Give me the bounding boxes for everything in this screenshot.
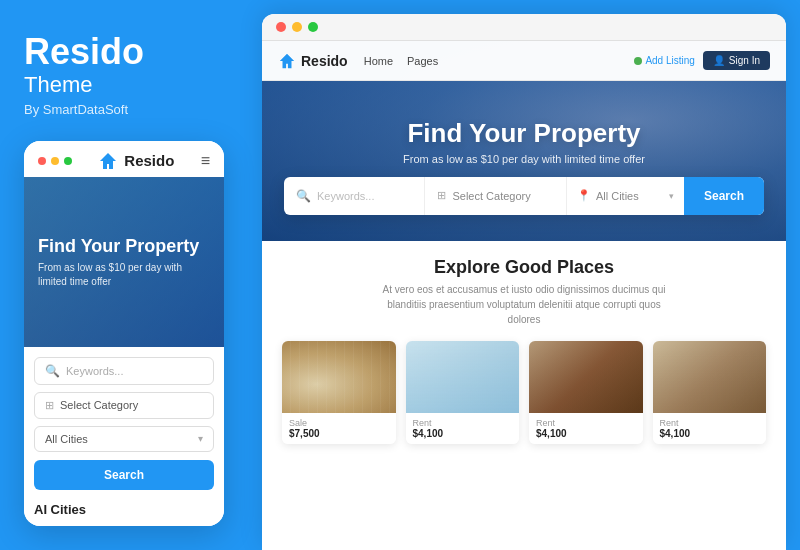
keywords-field[interactable]: 🔍 Keywords... xyxy=(284,177,425,215)
browser-dot-3 xyxy=(308,22,318,32)
mobile-search-icon: 🔍 xyxy=(45,364,60,378)
card-label-2: Rent xyxy=(413,418,513,428)
brand-name: Resido xyxy=(24,32,224,72)
property-card-3[interactable]: Rent $4,100 xyxy=(529,341,643,444)
property-card-4[interactable]: Rent $4,100 xyxy=(653,341,767,444)
browser-dot-1 xyxy=(276,22,286,32)
chevron-down-icon: ▾ xyxy=(198,433,203,444)
mobile-category-icon: ⊞ xyxy=(45,399,54,412)
mobile-window-dots xyxy=(38,157,72,165)
add-listing-label: Add Listing xyxy=(645,55,694,66)
property-card-2[interactable]: Rent $4,100 xyxy=(406,341,520,444)
browser-bar xyxy=(262,14,786,41)
explore-section: Explore Good Places At vero eos et accus… xyxy=(262,241,786,456)
card-price-2: $4,100 xyxy=(413,428,513,439)
card-info-4: Rent $4,100 xyxy=(653,413,767,444)
property-cards: Sale $7,500 Rent $4,100 Rent $4,100 xyxy=(282,341,766,444)
svg-marker-0 xyxy=(100,153,116,169)
card-info-2: Rent $4,100 xyxy=(406,413,520,444)
card-label-3: Rent xyxy=(536,418,636,428)
mobile-city-text: All Cities xyxy=(45,433,88,445)
card-info-1: Sale $7,500 xyxy=(282,413,396,444)
user-icon: 👤 xyxy=(713,55,725,66)
city-field[interactable]: 📍 All Cities ▾ xyxy=(567,177,684,215)
mobile-footer-label: AI Cities xyxy=(24,496,224,526)
city-field-left: 📍 All Cities xyxy=(577,189,639,202)
card-info-3: Rent $4,100 xyxy=(529,413,643,444)
browser-dot-2 xyxy=(292,22,302,32)
nav-link-home[interactable]: Home xyxy=(364,55,393,67)
mobile-hero-title: Find Your Property xyxy=(38,236,199,258)
mobile-mockup: Resido ≡ Find Your Property From as low … xyxy=(24,141,224,526)
explore-subtitle: At vero eos et accusamus et iusto odio d… xyxy=(374,282,674,327)
left-panel: Resido Theme By SmartDataSoft Resido ≡ F… xyxy=(0,0,248,550)
desktop-search-button[interactable]: Search xyxy=(684,177,764,215)
desktop-hero: Resido Home Pages Add Listing 👤 Sign In xyxy=(262,41,786,241)
card-image-2 xyxy=(406,341,520,413)
desktop-search-bar: 🔍 Keywords... ⊞ Select Category 📍 All Ci… xyxy=(284,177,764,215)
nav-logo: Resido xyxy=(278,52,348,70)
city-chevron-icon: ▾ xyxy=(669,191,674,201)
keywords-placeholder: Keywords... xyxy=(317,190,374,202)
mobile-dot-green xyxy=(64,157,72,165)
mobile-dot-yellow xyxy=(51,157,59,165)
explore-title: Explore Good Places xyxy=(434,257,614,278)
mobile-keywords-row[interactable]: 🔍 Keywords... xyxy=(34,357,214,385)
card-image-1 xyxy=(282,341,396,413)
nav-right: Add Listing 👤 Sign In xyxy=(634,51,770,70)
category-placeholder: Select Category xyxy=(452,190,530,202)
card-label-4: Rent xyxy=(660,418,760,428)
sign-in-label: Sign In xyxy=(729,55,760,66)
location-icon: 📍 xyxy=(577,189,591,202)
hero-overlay: Find Your Property From as low as $10 pe… xyxy=(284,68,764,215)
desktop-nav-bar: Resido Home Pages Add Listing 👤 Sign In xyxy=(262,41,786,81)
nav-links: Home Pages xyxy=(364,55,619,67)
add-dot-icon xyxy=(634,57,642,65)
card-price-4: $4,100 xyxy=(660,428,760,439)
mobile-hero-subtitle: From as low as $10 per day with limited … xyxy=(38,261,210,289)
add-listing-button[interactable]: Add Listing xyxy=(634,55,694,66)
category-field[interactable]: ⊞ Select Category xyxy=(425,177,566,215)
mobile-top-bar: Resido ≡ xyxy=(24,141,224,177)
sign-in-button[interactable]: 👤 Sign In xyxy=(703,51,770,70)
mobile-search-placeholder: Keywords... xyxy=(66,365,123,377)
city-label: All Cities xyxy=(596,190,639,202)
card-image-3 xyxy=(529,341,643,413)
desktop-content: Resido Home Pages Add Listing 👤 Sign In xyxy=(262,41,786,550)
nav-logo-icon xyxy=(278,52,296,70)
mobile-hero: Find Your Property From as low as $10 pe… xyxy=(24,177,224,347)
desktop-hero-title: Find Your Property xyxy=(407,118,640,149)
mobile-search-button[interactable]: Search xyxy=(34,460,214,490)
mobile-city-row[interactable]: All Cities ▾ xyxy=(34,426,214,452)
card-price-1: $7,500 xyxy=(289,428,389,439)
hamburger-icon[interactable]: ≡ xyxy=(201,152,210,170)
desktop-hero-subtitle: From as low as $10 per day with limited … xyxy=(403,153,645,165)
mobile-logo-icon xyxy=(98,151,118,171)
nav-link-pages[interactable]: Pages xyxy=(407,55,438,67)
mobile-dot-red xyxy=(38,157,46,165)
card-image-4 xyxy=(653,341,767,413)
mobile-logo-area: Resido xyxy=(98,151,174,171)
mobile-search-area: 🔍 Keywords... ⊞ Select Category All Citi… xyxy=(24,347,224,496)
mobile-logo-text: Resido xyxy=(124,152,174,169)
property-card-1[interactable]: Sale $7,500 xyxy=(282,341,396,444)
brand-by: By SmartDataSoft xyxy=(24,102,224,117)
card-price-3: $4,100 xyxy=(536,428,636,439)
svg-marker-1 xyxy=(280,53,294,67)
brand-subtitle: Theme xyxy=(24,72,224,98)
mobile-category-row[interactable]: ⊞ Select Category xyxy=(34,392,214,419)
mobile-category-text: Select Category xyxy=(60,399,138,411)
search-field-icon: 🔍 xyxy=(296,189,311,203)
card-label-1: Sale xyxy=(289,418,389,428)
right-panel: Resido Home Pages Add Listing 👤 Sign In xyxy=(262,14,786,550)
category-field-icon: ⊞ xyxy=(437,189,446,202)
nav-logo-text: Resido xyxy=(301,53,348,69)
